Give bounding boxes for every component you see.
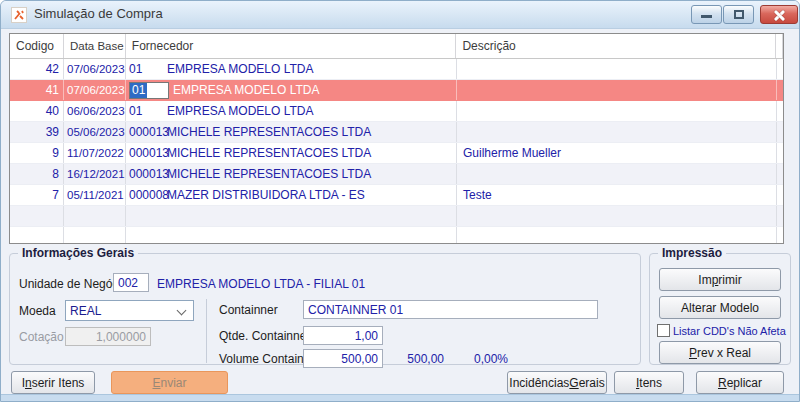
volume-percent-value: 0,00%: [474, 352, 508, 366]
prev-x-real-button[interactable]: Prev x Real: [659, 341, 781, 364]
cell-fornecedor: 01 EMPRESA MODELO LTDA: [126, 80, 457, 100]
table-row-selected[interactable]: 41 07/06/2023 01 EMPRESA MODELO LTDA: [10, 80, 783, 101]
chevron-down-icon: [177, 306, 187, 316]
table-row[interactable]: 39 05/06/2023 000013MICHELE REPRESENTACO…: [10, 122, 783, 143]
simulacao-de-compra-window: Simulação de Compra Codigo Data Base For…: [0, 0, 800, 402]
volume-total-value: 500,00: [389, 352, 444, 366]
fornecedor-name: EMPRESA MODELO LTDA: [167, 104, 313, 118]
table-row[interactable]: 7 05/11/2021 000008MAZER DISTRIBUIDORA L…: [10, 185, 783, 206]
fornecedor-inline-editor[interactable]: 01: [129, 82, 169, 99]
fornecedor-name: MAZER DISTRIBUIDORA LTDA - ES: [167, 188, 365, 202]
replicar-button[interactable]: Replicar: [696, 371, 784, 394]
column-header-data-base[interactable]: Data Base: [64, 34, 126, 58]
containner-input[interactable]: [303, 300, 598, 319]
table-row[interactable]: 42 07/06/2023 01EMPRESA MODELO LTDA: [10, 59, 783, 80]
cell-fornecedor: 000008MAZER DISTRIBUIDORA LTDA - ES: [126, 185, 457, 205]
maximize-icon: [734, 10, 744, 19]
column-header-fornecedor[interactable]: Fornecedor: [126, 34, 457, 58]
fornecedor-name: EMPRESA MODELO LTDA: [173, 83, 319, 97]
unidade-negocio-input[interactable]: [113, 273, 149, 292]
imprimir-button[interactable]: Imprimir: [659, 268, 781, 291]
cell-codigo: 39: [10, 122, 64, 142]
window-frame-bottom: [1, 394, 799, 401]
column-header-filler: [776, 34, 783, 58]
volume-containner-input[interactable]: [303, 349, 383, 368]
cell-data-base: 07/06/2023: [64, 80, 126, 100]
table-row[interactable]: 9 11/07/2022 000013MICHELE REPRESENTACOE…: [10, 143, 783, 164]
moeda-select[interactable]: REAL: [65, 300, 194, 321]
fornecedor-code: 000013: [129, 167, 167, 181]
unidade-negocio-descricao: EMPRESA MODELO LTDA - FILIAL 01: [157, 277, 365, 291]
impressao-title: Impressão: [658, 246, 726, 260]
itens-button[interactable]: Itens: [614, 371, 684, 394]
column-header-descricao[interactable]: Descrição: [456, 34, 776, 58]
fornecedor-name: EMPRESA MODELO LTDA: [167, 62, 313, 76]
inserir-itens-button[interactable]: Inserir Itens: [11, 371, 95, 394]
minimize-icon: [701, 15, 712, 18]
fornecedor-name: MICHELE REPRESENTACOES LTDA: [167, 125, 371, 139]
cell-codigo: 8: [10, 164, 64, 184]
cell-data-base: 06/06/2023: [64, 101, 126, 121]
qtde-containner-label: Qtde. Containner: [219, 329, 310, 343]
cell-descricao: [457, 59, 777, 79]
fornecedor-code: 000008: [129, 188, 167, 202]
editor-selected-text: 01: [130, 83, 147, 98]
fornecedor-code: 000013: [129, 125, 167, 139]
cell-fornecedor: 000013MICHELE REPRESENTACOES LTDA: [126, 122, 457, 142]
cell-codigo: 7: [10, 185, 64, 205]
fornecedor-code: 01: [129, 62, 167, 76]
cell-fornecedor: 000013MICHELE REPRESENTACOES LTDA: [126, 143, 457, 163]
fornecedor-code: 01: [129, 104, 167, 118]
minimize-button[interactable]: [691, 5, 722, 24]
listar-cdds-checkbox[interactable]: [657, 324, 670, 337]
table-row[interactable]: 40 06/06/2023 01EMPRESA MODELO LTDA: [10, 101, 783, 122]
cotacao-label: Cotação: [19, 330, 64, 344]
table-row-empty[interactable]: [10, 206, 783, 227]
moeda-label: Moeda: [19, 304, 56, 318]
app-icon: [11, 7, 27, 23]
unidade-negocio-label: Unidade de Negócio: [19, 277, 128, 291]
window-title: Simulação de Compra: [34, 6, 163, 21]
cell-descricao: Teste: [457, 185, 777, 205]
cell-data-base: 05/06/2023: [64, 122, 126, 142]
cell-data-base: 05/11/2021: [64, 185, 126, 205]
alterar-modelo-button[interactable]: Alterar Modelo: [659, 296, 781, 319]
close-button[interactable]: [760, 5, 798, 24]
fornecedor-name: MICHELE REPRESENTACOES LTDA: [167, 146, 371, 160]
table-row[interactable]: 8 16/12/2021 000013MICHELE REPRESENTACOE…: [10, 164, 783, 185]
app-icon-glyph: [13, 9, 25, 21]
grid-header: Codigo Data Base Fornecedor Descrição: [10, 34, 783, 59]
listar-cdds-label: Listar CDD's Não Afeta: [673, 325, 786, 337]
containner-label: Containner: [219, 303, 278, 317]
qtde-containner-input[interactable]: [303, 326, 383, 345]
maximize-button[interactable]: [723, 5, 754, 24]
cell-data-base: 16/12/2021: [64, 164, 126, 184]
cell-fornecedor: 01EMPRESA MODELO LTDA: [126, 59, 457, 79]
fornecedor-name: MICHELE REPRESENTACOES LTDA: [167, 167, 371, 181]
group-inner-divider: [206, 299, 207, 363]
fornecedor-code: 000013: [129, 146, 167, 160]
cell-descricao: [457, 122, 777, 142]
cotacao-input: [65, 327, 151, 346]
cell-codigo: 40: [10, 101, 64, 121]
cell-codigo: 42: [10, 59, 64, 79]
title-bar[interactable]: Simulação de Compra: [1, 1, 800, 29]
table-row-empty[interactable]: [10, 227, 783, 244]
cell-codigo: 41: [10, 80, 64, 100]
cell-data-base: 07/06/2023: [64, 59, 126, 79]
simulations-grid: Codigo Data Base Fornecedor Descrição 42…: [9, 33, 784, 244]
moeda-selected-value: REAL: [70, 304, 101, 318]
close-icon: [773, 9, 785, 21]
incidencias-gerais-button[interactable]: Incidências Gerais: [507, 371, 607, 394]
cell-codigo: 9: [10, 143, 64, 163]
cell-descricao: [457, 101, 777, 121]
enviar-button[interactable]: Enviar: [111, 371, 228, 394]
cell-descricao: [457, 164, 777, 184]
informacoes-gerais-title: Informações Gerais: [18, 246, 138, 260]
cell-descricao: Guilherme Mueller: [457, 143, 777, 163]
cell-fornecedor: 000013MICHELE REPRESENTACOES LTDA: [126, 164, 457, 184]
cell-descricao: [457, 80, 777, 100]
cell-data-base: 11/07/2022: [64, 143, 126, 163]
cell-fornecedor: 01EMPRESA MODELO LTDA: [126, 101, 457, 121]
column-header-codigo[interactable]: Codigo: [10, 34, 64, 58]
